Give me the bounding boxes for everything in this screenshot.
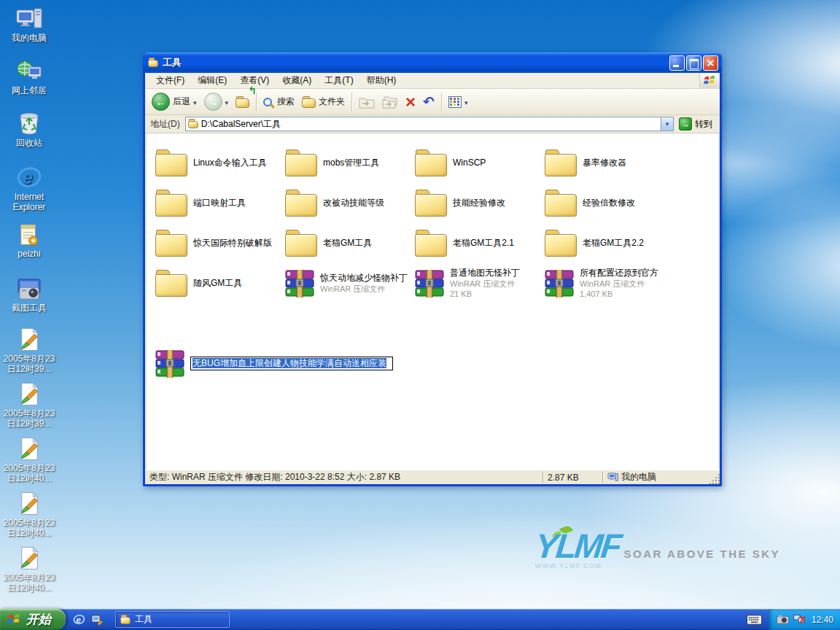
title-bar[interactable]: 工具: [143, 52, 722, 73]
views-button[interactable]: [445, 90, 472, 114]
paint-file-icon: [2, 544, 56, 570]
my-computer-icon: [2, 4, 56, 31]
toolbar-separator: [441, 93, 442, 112]
folder-icon: [155, 234, 187, 257]
desktop-icon-paint-file-2[interactable]: 2005年8月23日12时39...: [2, 380, 56, 429]
winrar-archive-icon: [415, 270, 444, 298]
move-to-button[interactable]: [355, 90, 378, 114]
internet-explorer-quicklaunch-icon[interactable]: e: [73, 613, 85, 626]
address-value: D:\CabalServer\工具: [201, 118, 281, 131]
file-tile[interactable]: 端口映射工具: [155, 183, 285, 223]
file-tile[interactable]: 老猫GM工具2.2: [545, 223, 674, 263]
my-computer-small-icon: [607, 472, 618, 482]
address-bar: 地址(D) D:\CabalServer\工具 转到: [145, 115, 720, 133]
windows-logo-icon: [699, 73, 720, 89]
taskbar: 开始 e 工具 12:40: [0, 609, 840, 630]
copy-to-button[interactable]: [378, 90, 402, 114]
up-arrow-icon: ↰: [248, 85, 257, 96]
desktop-icon-paint-file-5[interactable]: 2005年8月23日12时40...: [2, 544, 56, 593]
winrar-archive-icon: [155, 350, 184, 378]
file-tile[interactable]: 惊天国际特别破解版: [155, 223, 285, 263]
desktop-icon-paint-file-1[interactable]: 2005年8月23日12时39...: [2, 325, 56, 374]
desktop-icon-label: 2005年8月23日12时40...: [2, 572, 56, 593]
taskbar-button-tools[interactable]: 工具: [115, 611, 230, 628]
address-label: 地址(D): [147, 118, 185, 131]
desktop-icon-paint-file-3[interactable]: 2005年8月23日12时40...: [2, 435, 56, 483]
paint-file-icon: [2, 380, 56, 406]
address-dropdown-button[interactable]: [661, 117, 673, 131]
desktop-icon-internet-explorer[interactable]: e Internet Explorer: [2, 163, 56, 212]
menu-help[interactable]: 帮助(H): [360, 73, 403, 88]
forward-button[interactable]: [201, 90, 233, 114]
maximize-button[interactable]: [686, 55, 701, 71]
back-label: 后退: [173, 96, 190, 108]
file-tile[interactable]: 普通地图无怪补丁WinRAR 压缩文件21 KB: [415, 263, 545, 303]
desktop-icon-screenshot-tool[interactable]: 截图工具: [2, 274, 56, 313]
file-tile[interactable]: 所有配置还原到官方WinRAR 压缩文件1,407 KB: [545, 263, 674, 303]
file-tile[interactable]: 经验倍数修改: [545, 183, 674, 223]
file-tile[interactable]: 老猫GM工具2.1: [415, 223, 545, 263]
paint-file-icon: [2, 435, 56, 461]
window-folder-icon: [148, 60, 158, 67]
file-tile[interactable]: 改被动技能等级: [285, 183, 415, 223]
folders-label: 文件夹: [319, 96, 345, 108]
paint-file-icon: [2, 325, 56, 351]
back-icon: [152, 93, 170, 111]
address-folder-icon: [188, 121, 198, 128]
spacer-tile: [155, 303, 285, 343]
start-button[interactable]: 开始: [0, 609, 66, 630]
desktop-icon-recycle-bin[interactable]: 回收站: [2, 109, 56, 148]
resize-grip[interactable]: [709, 473, 720, 484]
menu-edit[interactable]: 编辑(E): [191, 73, 233, 88]
chevron-down-icon: [464, 97, 468, 107]
move-to-icon: [359, 96, 375, 109]
search-label: 搜索: [277, 96, 295, 108]
folder-icon: [415, 154, 447, 176]
file-tile-selected[interactable]: 无BUG增加血上限创建人物技能学满自动送相应装: [155, 343, 415, 384]
minimize-button[interactable]: [669, 55, 685, 71]
network-status-icon[interactable]: [793, 615, 806, 624]
desktop-icon-label: 我的电脑: [2, 33, 56, 43]
desktop-icon-peizhi[interactable]: peizhi: [2, 220, 56, 259]
chevron-down-icon: [193, 97, 197, 107]
menu-tools[interactable]: 工具(T): [318, 73, 359, 88]
toolbar-separator: [351, 93, 352, 112]
file-tile[interactable]: 惊天动地减少怪物补丁WinRAR 压缩文件: [285, 263, 415, 303]
file-tile[interactable]: 老猫GM工具: [285, 223, 415, 263]
menu-file[interactable]: 文件(F): [149, 73, 191, 88]
explorer-window: 工具 文件(F) 编辑(E) 查看(V) 收藏(A) 工具(T) 帮助(H) 后…: [143, 52, 722, 486]
keyboard-icon: [747, 615, 762, 625]
menu-favorites[interactable]: 收藏(A): [276, 73, 318, 88]
undo-button[interactable]: [419, 90, 438, 114]
rename-input[interactable]: 无BUG增加血上限创建人物技能学满自动送相应装: [190, 357, 393, 370]
forward-icon: [204, 93, 222, 111]
search-button[interactable]: 搜索: [260, 90, 298, 114]
go-arrow-icon: [679, 117, 692, 131]
file-tile[interactable]: mobs管理工具: [285, 143, 415, 183]
folder-icon: [415, 234, 447, 257]
file-tile[interactable]: 随风GM工具: [155, 263, 285, 303]
winrar-archive-icon: [285, 270, 314, 298]
copy-to-icon: [382, 96, 398, 109]
folders-button[interactable]: 文件夹: [298, 90, 349, 114]
status-details: 类型: WinRAR 压缩文件 修改日期: 2010-3-22 8:52 大小:…: [145, 472, 542, 483]
go-button[interactable]: 转到: [674, 117, 718, 131]
up-button[interactable]: ↰: [232, 90, 253, 114]
watermark-slogan: SOAR ABOVE THE SKY: [624, 548, 780, 560]
desktop-icon-network-places[interactable]: 网上邻居: [2, 57, 56, 96]
desktop-icon-label: 2005年8月23日12时40...: [2, 463, 56, 483]
desktop-icon-paint-file-4[interactable]: 2005年8月23日12时40...: [2, 489, 56, 538]
search-icon: [263, 98, 272, 106]
tray-camera-icon[interactable]: [777, 615, 789, 624]
file-tile[interactable]: WinSCP: [415, 143, 545, 183]
address-input[interactable]: D:\CabalServer\工具: [185, 117, 674, 131]
desktop-icon-my-computer[interactable]: 我的电脑: [2, 4, 56, 43]
file-tile[interactable]: 技能经验修改: [415, 183, 545, 223]
back-button[interactable]: 后退: [148, 90, 201, 114]
close-button[interactable]: [703, 55, 718, 71]
show-desktop-icon[interactable]: [91, 614, 103, 626]
file-tile[interactable]: 暴率修改器: [545, 143, 674, 183]
file-tile[interactable]: Linux命令输入工具: [155, 143, 285, 183]
input-method-indicator[interactable]: [747, 615, 762, 625]
delete-button[interactable]: [402, 90, 419, 114]
